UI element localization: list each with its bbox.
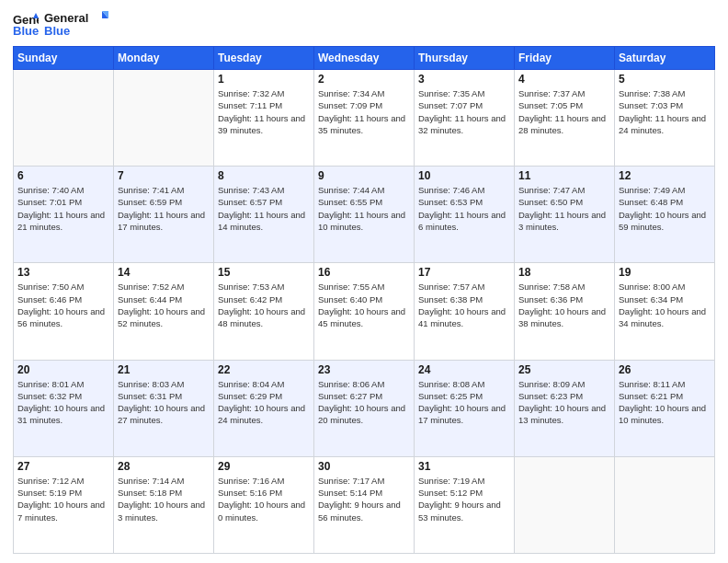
- day-info: Sunrise: 7:41 AM Sunset: 6:59 PM Dayligh…: [118, 184, 210, 233]
- calendar-cell: 23Sunrise: 8:06 AM Sunset: 6:27 PM Dayli…: [314, 360, 415, 456]
- calendar-cell: 30Sunrise: 7:17 AM Sunset: 5:14 PM Dayli…: [314, 456, 415, 553]
- day-info: Sunrise: 7:49 AM Sunset: 6:48 PM Dayligh…: [619, 184, 711, 233]
- page: General Blue General Blue SundayMondayTu…: [0, 0, 728, 563]
- day-info: Sunrise: 8:09 AM Sunset: 6:23 PM Dayligh…: [518, 378, 610, 427]
- calendar-cell: 9Sunrise: 7:44 AM Sunset: 6:55 PM Daylig…: [314, 167, 415, 263]
- header: General Blue General Blue: [13, 9, 715, 39]
- calendar-cell: 7Sunrise: 7:41 AM Sunset: 6:59 PM Daylig…: [114, 167, 214, 263]
- calendar-cell: 12Sunrise: 7:49 AM Sunset: 6:48 PM Dayli…: [615, 167, 715, 263]
- logo: General Blue General Blue: [13, 9, 108, 39]
- calendar-cell: 13Sunrise: 7:50 AM Sunset: 6:46 PM Dayli…: [14, 263, 114, 360]
- day-info: Sunrise: 8:11 AM Sunset: 6:21 PM Dayligh…: [619, 378, 711, 427]
- day-info: Sunrise: 7:47 AM Sunset: 6:50 PM Dayligh…: [518, 184, 610, 233]
- weekday-header: Thursday: [415, 47, 515, 70]
- calendar-cell: 22Sunrise: 8:04 AM Sunset: 6:29 PM Dayli…: [214, 360, 314, 456]
- day-info: Sunrise: 7:50 AM Sunset: 6:46 PM Dayligh…: [17, 281, 109, 329]
- day-number: 13: [17, 266, 109, 279]
- calendar-cell: 26Sunrise: 8:11 AM Sunset: 6:21 PM Dayli…: [615, 360, 715, 456]
- day-number: 5: [619, 73, 711, 86]
- weekday-header: Friday: [515, 47, 615, 70]
- day-info: Sunrise: 7:43 AM Sunset: 6:57 PM Dayligh…: [218, 184, 310, 233]
- calendar-cell: [114, 70, 214, 167]
- calendar-cell: 20Sunrise: 8:01 AM Sunset: 6:32 PM Dayli…: [14, 360, 114, 456]
- calendar-cell: 11Sunrise: 7:47 AM Sunset: 6:50 PM Dayli…: [515, 167, 615, 263]
- calendar-week-row: 6Sunrise: 7:40 AM Sunset: 7:01 PM Daylig…: [14, 167, 715, 263]
- day-number: 24: [418, 363, 510, 376]
- day-number: 21: [118, 363, 210, 376]
- day-number: 3: [418, 73, 510, 86]
- day-number: 1: [218, 73, 310, 86]
- calendar-cell: 3Sunrise: 7:35 AM Sunset: 7:07 PM Daylig…: [415, 70, 515, 167]
- calendar-week-row: 1Sunrise: 7:32 AM Sunset: 7:11 PM Daylig…: [14, 70, 715, 167]
- calendar-header-row: SundayMondayTuesdayWednesdayThursdayFrid…: [14, 47, 715, 70]
- day-info: Sunrise: 8:06 AM Sunset: 6:27 PM Dayligh…: [318, 378, 410, 427]
- calendar-week-row: 20Sunrise: 8:01 AM Sunset: 6:32 PM Dayli…: [14, 360, 715, 456]
- logo-svg: General Blue: [44, 9, 108, 39]
- day-number: 7: [118, 169, 210, 182]
- day-info: Sunrise: 7:37 AM Sunset: 7:05 PM Dayligh…: [518, 87, 610, 136]
- weekday-header: Monday: [114, 47, 214, 70]
- day-info: Sunrise: 8:03 AM Sunset: 6:31 PM Dayligh…: [118, 378, 210, 427]
- calendar-cell: 4Sunrise: 7:37 AM Sunset: 7:05 PM Daylig…: [515, 70, 615, 167]
- calendar-cell: 15Sunrise: 7:53 AM Sunset: 6:42 PM Dayli…: [214, 263, 314, 360]
- day-number: 22: [218, 363, 310, 376]
- day-number: 2: [318, 73, 410, 86]
- day-number: 11: [518, 169, 610, 182]
- day-number: 4: [518, 73, 610, 86]
- day-number: 9: [318, 169, 410, 182]
- calendar-week-row: 13Sunrise: 7:50 AM Sunset: 6:46 PM Dayli…: [14, 263, 715, 360]
- day-number: 18: [518, 266, 610, 279]
- day-info: Sunrise: 7:32 AM Sunset: 7:11 PM Dayligh…: [218, 87, 310, 136]
- day-number: 8: [218, 169, 310, 182]
- calendar-table: SundayMondayTuesdayWednesdayThursdayFrid…: [13, 46, 715, 554]
- day-info: Sunrise: 7:34 AM Sunset: 7:09 PM Dayligh…: [318, 87, 410, 136]
- calendar-cell: 8Sunrise: 7:43 AM Sunset: 6:57 PM Daylig…: [214, 167, 314, 263]
- calendar-cell: 28Sunrise: 7:14 AM Sunset: 5:18 PM Dayli…: [114, 456, 214, 553]
- calendar-cell: 16Sunrise: 7:55 AM Sunset: 6:40 PM Dayli…: [314, 263, 415, 360]
- day-info: Sunrise: 7:38 AM Sunset: 7:03 PM Dayligh…: [619, 87, 711, 136]
- calendar-cell: 21Sunrise: 8:03 AM Sunset: 6:31 PM Dayli…: [114, 360, 214, 456]
- day-info: Sunrise: 7:52 AM Sunset: 6:44 PM Dayligh…: [118, 281, 210, 329]
- calendar-cell: 6Sunrise: 7:40 AM Sunset: 7:01 PM Daylig…: [14, 167, 114, 263]
- svg-text:General: General: [44, 11, 88, 25]
- day-number: 6: [17, 169, 109, 182]
- calendar-week-row: 27Sunrise: 7:12 AM Sunset: 5:19 PM Dayli…: [14, 456, 715, 553]
- day-info: Sunrise: 7:17 AM Sunset: 5:14 PM Dayligh…: [318, 475, 410, 523]
- day-number: 23: [318, 363, 410, 376]
- day-info: Sunrise: 8:00 AM Sunset: 6:34 PM Dayligh…: [619, 281, 711, 329]
- day-number: 31: [418, 460, 510, 473]
- day-number: 26: [619, 363, 711, 376]
- calendar-cell: [515, 456, 615, 553]
- day-number: 12: [619, 169, 711, 182]
- day-info: Sunrise: 8:01 AM Sunset: 6:32 PM Dayligh…: [17, 378, 109, 427]
- calendar-cell: [615, 456, 715, 553]
- day-info: Sunrise: 7:46 AM Sunset: 6:53 PM Dayligh…: [418, 184, 510, 233]
- day-info: Sunrise: 8:04 AM Sunset: 6:29 PM Dayligh…: [218, 378, 310, 427]
- day-number: 10: [418, 169, 510, 182]
- day-info: Sunrise: 7:40 AM Sunset: 7:01 PM Dayligh…: [17, 184, 109, 233]
- weekday-header: Saturday: [615, 47, 715, 70]
- day-number: 17: [418, 266, 510, 279]
- calendar-cell: 24Sunrise: 8:08 AM Sunset: 6:25 PM Dayli…: [415, 360, 515, 456]
- calendar-cell: 5Sunrise: 7:38 AM Sunset: 7:03 PM Daylig…: [615, 70, 715, 167]
- day-number: 28: [118, 460, 210, 473]
- calendar-cell: 29Sunrise: 7:16 AM Sunset: 5:16 PM Dayli…: [214, 456, 314, 553]
- svg-text:Blue: Blue: [13, 24, 39, 37]
- day-info: Sunrise: 7:19 AM Sunset: 5:12 PM Dayligh…: [418, 475, 510, 523]
- day-number: 19: [619, 266, 711, 279]
- day-info: Sunrise: 7:44 AM Sunset: 6:55 PM Dayligh…: [318, 184, 410, 233]
- calendar-cell: 18Sunrise: 7:58 AM Sunset: 6:36 PM Dayli…: [515, 263, 615, 360]
- calendar-cell: 2Sunrise: 7:34 AM Sunset: 7:09 PM Daylig…: [314, 70, 415, 167]
- day-number: 15: [218, 266, 310, 279]
- svg-text:Blue: Blue: [44, 24, 70, 38]
- calendar-cell: 1Sunrise: 7:32 AM Sunset: 7:11 PM Daylig…: [214, 70, 314, 167]
- day-number: 25: [518, 363, 610, 376]
- calendar-cell: 10Sunrise: 7:46 AM Sunset: 6:53 PM Dayli…: [415, 167, 515, 263]
- day-number: 27: [17, 460, 109, 473]
- calendar-cell: 31Sunrise: 7:19 AM Sunset: 5:12 PM Dayli…: [415, 456, 515, 553]
- logo-icon: General Blue: [13, 11, 39, 37]
- day-info: Sunrise: 8:08 AM Sunset: 6:25 PM Dayligh…: [418, 378, 510, 427]
- day-info: Sunrise: 7:55 AM Sunset: 6:40 PM Dayligh…: [318, 281, 410, 329]
- calendar-cell: 17Sunrise: 7:57 AM Sunset: 6:38 PM Dayli…: [415, 263, 515, 360]
- calendar-cell: 27Sunrise: 7:12 AM Sunset: 5:19 PM Dayli…: [14, 456, 114, 553]
